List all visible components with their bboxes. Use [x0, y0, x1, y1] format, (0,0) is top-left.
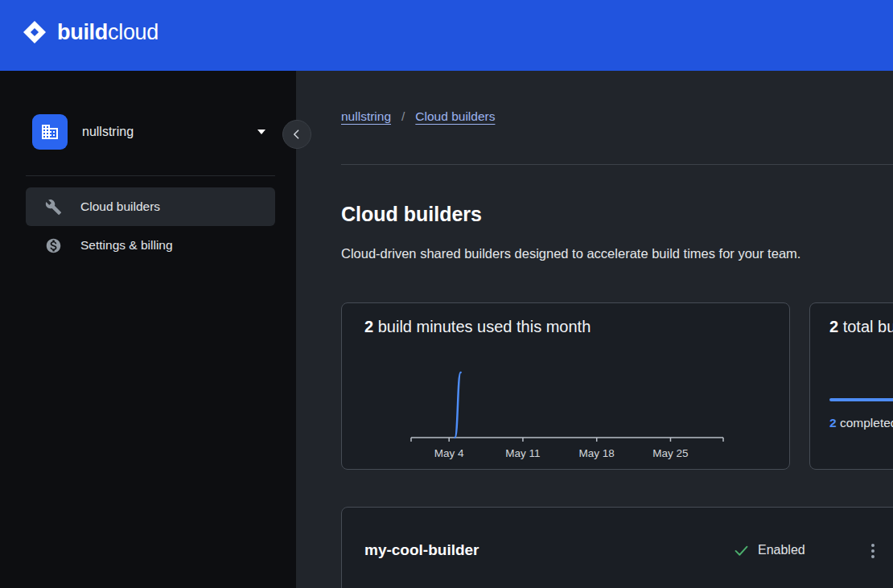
brand-text: buildcloud: [57, 20, 158, 45]
sidebar-nav: Cloud builders Settings & billing: [26, 187, 275, 265]
builds-progress-bar: [829, 398, 893, 401]
status-badge: Enabled: [733, 541, 805, 560]
organization-icon: [32, 114, 68, 150]
breadcrumb-org-link[interactable]: nullstring: [341, 109, 391, 124]
app-window: buildcloud nullstring Cloud builders: [0, 0, 893, 588]
wrench-icon: [45, 199, 62, 216]
status-label: Enabled: [758, 541, 805, 560]
chevron-left-icon: [290, 128, 303, 141]
svg-text:May 11: May 11: [505, 447, 540, 459]
check-icon: [733, 542, 750, 559]
completed-label: completed: [840, 416, 893, 430]
completed-value: 2: [829, 416, 837, 430]
chevron-down-icon: [257, 130, 265, 134]
builds-label: total builds: [843, 318, 893, 335]
collapse-sidebar-button[interactable]: [282, 120, 311, 149]
total-builds-card-title: 2 total builds: [829, 318, 893, 336]
breadcrumb: nullstring / Cloud builders: [341, 109, 495, 124]
completed-builds-text: 2 completed: [829, 416, 893, 430]
sidebar-item-label: Cloud builders: [80, 199, 160, 214]
svg-text:May 18: May 18: [579, 447, 615, 459]
buildcloud-logo[interactable]: buildcloud: [22, 19, 158, 45]
builder-name: my-cool-builder: [364, 540, 479, 561]
build-minutes-chart: May 4May 11May 18May 25: [342, 303, 789, 469]
build-minutes-card: 2 build minutes used this month May 4May…: [341, 302, 790, 470]
dollar-icon: [45, 237, 62, 254]
builder-card: my-cool-builder Enabled: [341, 507, 893, 588]
main-content: nullstring / Cloud builders Cloud builde…: [296, 71, 893, 588]
brand-cloud: cloud: [108, 20, 158, 44]
sidebar-divider: [26, 175, 275, 176]
builds-value: 2: [829, 318, 838, 335]
org-selector[interactable]: nullstring: [32, 113, 265, 151]
sidebar-item-settings-billing[interactable]: Settings & billing: [26, 226, 275, 265]
org-name: nullstring: [82, 125, 134, 139]
sidebar: nullstring Cloud builders Settings & bil…: [0, 71, 296, 588]
breadcrumb-separator: /: [401, 109, 405, 124]
kebab-menu-button[interactable]: [862, 540, 884, 562]
kebab-menu-icon: [871, 544, 874, 547]
page-title: Cloud builders: [341, 203, 482, 226]
brand-build: build: [57, 20, 108, 44]
content-divider: [341, 164, 893, 165]
svg-text:May 4: May 4: [434, 447, 464, 459]
breadcrumb-current-link[interactable]: Cloud builders: [415, 109, 495, 124]
sidebar-item-label: Settings & billing: [80, 238, 173, 253]
diamond-logo-icon: [22, 19, 47, 45]
sidebar-item-cloud-builders[interactable]: Cloud builders: [26, 187, 275, 226]
svg-text:May 25: May 25: [652, 447, 688, 459]
header: buildcloud: [0, 0, 893, 71]
total-builds-card: 2 total builds 2 completed: [809, 302, 893, 470]
page-subtitle: Cloud-driven shared builders designed to…: [341, 246, 800, 261]
